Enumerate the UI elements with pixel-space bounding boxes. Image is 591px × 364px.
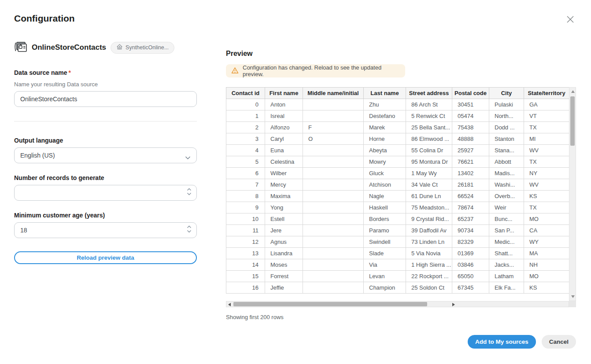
table-cell: 65237 (452, 213, 489, 225)
table-cell: Swindell (364, 236, 406, 248)
column-header: First name (265, 88, 303, 99)
table-cell (303, 202, 364, 213)
records-count-input[interactable] (14, 185, 197, 201)
table-cell (303, 236, 364, 248)
table-row: 5CelestinaMowry95 Montura Dr76621AbbottT… (226, 156, 569, 168)
records-stepper[interactable] (187, 188, 192, 195)
table-row: 14MosesVia1 High Sierra ...03846Jacks...… (226, 259, 569, 271)
table-cell (303, 179, 364, 191)
table-row: 10EstellBorders9 Crystal Rid...65237Bunc… (226, 213, 569, 225)
add-to-my-sources-button[interactable]: Add to My sources (468, 335, 536, 349)
dataset-stack-icon (14, 41, 27, 55)
source-name: OnlineStoreContacts (32, 43, 106, 52)
table-cell (303, 191, 364, 202)
stepper-up-icon (187, 225, 192, 228)
table-cell: Stanton (489, 133, 524, 145)
table-cell: Bunc... (489, 213, 524, 225)
table-cell: WV (524, 179, 569, 191)
table-cell: 55 Colina Dr (406, 145, 452, 156)
table-cell: Anton (265, 99, 303, 110)
warning-icon (231, 67, 239, 75)
table-cell (303, 271, 364, 282)
reload-preview-button[interactable]: Reload preview data (14, 251, 197, 264)
table-cell: 86 Arch St (406, 99, 452, 110)
table-cell: Weir (489, 202, 524, 213)
cancel-button[interactable]: Cancel (542, 335, 576, 349)
preview-title: Preview (226, 50, 576, 58)
table-cell (303, 282, 364, 294)
column-header: Street address (406, 88, 452, 99)
records-count-label: Number of records to generate (14, 174, 197, 181)
table-cell: Slade (364, 248, 406, 259)
table-cell: Maxima (265, 191, 303, 202)
horizontal-scrollbar[interactable] (226, 301, 569, 307)
preview-table-zone: Contact idFirst nameMiddle name/initialL… (226, 87, 576, 307)
table-cell: 30451 (452, 99, 489, 110)
table-row: 4EunaAbeyta55 Colina Dr25927Stana...WV (226, 145, 569, 156)
table-cell (303, 225, 364, 236)
table-cell: 0 (226, 99, 265, 110)
table-cell: Mercy (265, 179, 303, 191)
table-cell (303, 110, 364, 122)
table-cell: Jeffie (265, 282, 303, 294)
source-badge-label: SyntheticOnline... (126, 44, 169, 51)
scrollbar-corner (569, 301, 576, 307)
column-header: Last name (364, 88, 406, 99)
table-cell: TX (524, 156, 569, 168)
table-cell: 9 (226, 202, 265, 213)
table-cell: 16 (226, 282, 265, 294)
configuration-form: OnlineStoreContacts SyntheticOnline... D… (14, 41, 197, 264)
data-source-name-helper: Name your resulting Data source (14, 81, 197, 88)
table-cell: Shatt... (489, 248, 524, 259)
table-cell: Dodd ... (489, 122, 524, 133)
scroll-left-icon[interactable] (228, 303, 231, 306)
data-source-name-input[interactable] (14, 91, 197, 107)
vertical-scrollbar[interactable] (569, 87, 576, 301)
stepper-down-icon (187, 192, 192, 195)
min-age-stepper[interactable] (187, 225, 192, 233)
table-cell: 5 Via Novia (406, 248, 452, 259)
table-cell: 7 (226, 179, 265, 191)
table-cell: Nagle (364, 191, 406, 202)
table-cell: 6 (226, 168, 265, 179)
table-cell: 03846 (452, 259, 489, 271)
scroll-up-icon[interactable] (571, 90, 575, 93)
table-cell: 1 (226, 110, 265, 122)
table-cell: Wilber (265, 168, 303, 179)
table-cell: 66524 (452, 191, 489, 202)
table-row: 1IsrealDestefano5 Renwick Ct05474North..… (226, 110, 569, 122)
table-cell: North... (489, 110, 524, 122)
min-age-input[interactable] (14, 222, 197, 238)
close-icon[interactable] (565, 15, 575, 25)
source-badge[interactable]: SyntheticOnline... (111, 42, 174, 54)
table-cell: Champion (364, 282, 406, 294)
stepper-down-icon (187, 230, 192, 233)
table-cell: Abeyta (364, 145, 406, 156)
table-cell: Levan (364, 271, 406, 282)
table-cell: 2 (226, 122, 265, 133)
table-cell: 4 (226, 145, 265, 156)
table-cell: 15 (226, 271, 265, 282)
table-cell: Jere (265, 225, 303, 236)
output-language-select[interactable] (14, 147, 197, 163)
table-cell: Marek (364, 122, 406, 133)
vertical-scroll-thumb[interactable] (570, 96, 575, 146)
horizontal-scroll-thumb[interactable] (233, 302, 427, 306)
table-cell: Paramo (364, 225, 406, 236)
scroll-right-icon[interactable] (452, 303, 455, 306)
column-header: Middle name/initial (303, 88, 364, 99)
min-age-label: Minimum customer age (years) (14, 212, 197, 219)
table-cell: KS (524, 282, 569, 294)
table-cell: Caryl (265, 133, 303, 145)
table-cell: 39 Daffodil Av (406, 225, 452, 236)
table-cell: Latham (489, 271, 524, 282)
rows-count-note: Showing first 200 rows (226, 314, 576, 320)
table-row: 11JereParamo39 Daffodil Av90734San P...C… (226, 225, 569, 236)
table-cell: 65050 (452, 271, 489, 282)
table-cell: Zhu (364, 99, 406, 110)
scroll-down-icon[interactable] (571, 295, 575, 298)
table-cell: Mowry (364, 156, 406, 168)
table-cell: Overb... (489, 191, 524, 202)
table-cell: Stana... (489, 145, 524, 156)
table-cell: 8 (226, 191, 265, 202)
